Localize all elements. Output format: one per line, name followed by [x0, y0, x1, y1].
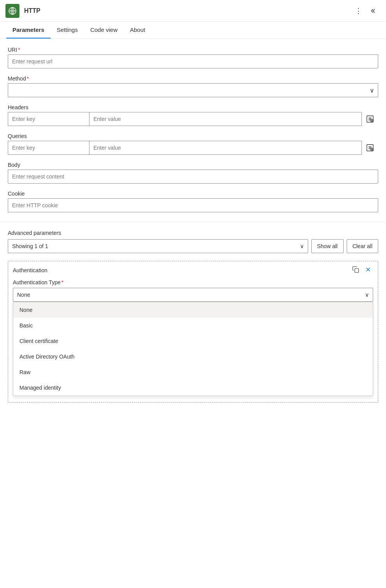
tab-settings[interactable]: Settings — [51, 22, 84, 38]
uri-label: URI* — [8, 47, 378, 53]
headers-field-group: Headers — [8, 104, 378, 126]
body-input[interactable] — [8, 170, 378, 184]
showing-chevron-icon: ∨ — [300, 243, 304, 249]
queries-key-value-row — [8, 141, 378, 155]
collapse-button[interactable] — [367, 6, 381, 16]
cookie-field-group: Cookie — [8, 191, 378, 212]
auth-close-button[interactable] — [363, 265, 373, 275]
uri-required: * — [18, 47, 20, 53]
show-all-button[interactable]: Show all — [311, 239, 344, 253]
method-field-group: Method* GET POST PUT DELETE PATCH ∨ — [8, 75, 378, 97]
tab-parameters[interactable]: Parameters — [6, 22, 51, 38]
form-content: URI* Method* GET POST PUT DELETE PATCH ∨… — [0, 39, 386, 212]
dropdown-item-basic[interactable]: Basic — [13, 318, 373, 333]
dropdown-item-client-cert[interactable]: Client certificate — [13, 333, 373, 349]
advanced-section: Advanced parameters Showing 1 of 1 ∨ Sho… — [0, 222, 386, 253]
dropdown-item-active-directory[interactable]: Active Directory OAuth — [13, 349, 373, 364]
headers-label: Headers — [8, 104, 378, 110]
headers-add-icon — [366, 115, 374, 123]
headers-add-button[interactable] — [362, 115, 378, 123]
auth-actions — [351, 265, 373, 275]
showing-text: Showing 1 of 1 — [12, 243, 48, 249]
dropdown-item-none[interactable]: None — [13, 302, 373, 318]
uri-input[interactable] — [8, 54, 378, 68]
cookie-input[interactable] — [8, 198, 378, 212]
method-select[interactable]: GET POST PUT DELETE PATCH — [8, 83, 378, 97]
clear-all-button[interactable]: Clear all — [347, 239, 378, 253]
header-actions: ⋮ — [352, 5, 381, 17]
copy-icon — [352, 266, 359, 273]
more-options-button[interactable]: ⋮ — [352, 5, 365, 17]
method-required: * — [27, 75, 29, 82]
auth-dropdown-selected: None — [17, 292, 30, 298]
queries-key-input[interactable] — [8, 141, 89, 155]
uri-field-group: URI* — [8, 47, 378, 68]
collapse-icon — [370, 7, 377, 14]
auth-copy-button[interactable] — [351, 265, 361, 275]
close-icon — [365, 266, 372, 273]
globe-icon — [8, 7, 17, 15]
auth-type-label: Authentication Type* — [13, 279, 373, 285]
advanced-controls: Showing 1 of 1 ∨ Show all Clear all — [8, 239, 378, 253]
auth-type-required: * — [61, 279, 63, 285]
tab-bar: Parameters Settings Code view About — [0, 22, 386, 39]
queries-add-icon — [366, 144, 374, 152]
headers-key-value-row — [8, 112, 378, 126]
queries-label: Queries — [8, 133, 378, 139]
app-header: HTTP ⋮ — [0, 0, 386, 22]
advanced-label: Advanced parameters — [8, 230, 378, 236]
dropdown-item-raw[interactable]: Raw — [13, 364, 373, 380]
dropdown-item-managed-identity[interactable]: Managed identity — [13, 380, 373, 396]
auth-header: Authentication — [13, 265, 373, 275]
tab-code-view[interactable]: Code view — [84, 22, 124, 38]
app-title: HTTP — [24, 7, 40, 14]
cookie-label: Cookie — [8, 191, 378, 197]
queries-add-button[interactable] — [362, 144, 378, 152]
header-left: HTTP — [5, 4, 40, 18]
queries-value-input[interactable] — [89, 141, 362, 155]
auth-title: Authentication — [13, 267, 47, 273]
headers-key-input[interactable] — [8, 112, 89, 126]
queries-field-group: Queries — [8, 133, 378, 155]
showing-dropdown[interactable]: Showing 1 of 1 ∨ — [8, 239, 308, 253]
method-select-wrapper: GET POST PUT DELETE PATCH ∨ — [8, 83, 378, 97]
body-field-group: Body — [8, 162, 378, 184]
auth-dropdown-menu: None Basic Client certificate Active Dir… — [13, 302, 373, 396]
app-icon — [5, 4, 19, 18]
headers-value-input[interactable] — [89, 112, 362, 126]
svg-rect-18 — [355, 269, 359, 273]
body-label: Body — [8, 162, 378, 168]
authentication-section: Authentication Authentication Type* None… — [8, 261, 378, 402]
method-label: Method* — [8, 75, 378, 82]
auth-dropdown-chevron-icon: ∨ — [365, 292, 369, 298]
auth-type-dropdown[interactable]: None ∨ — [13, 288, 373, 302]
tab-about[interactable]: About — [124, 22, 151, 38]
